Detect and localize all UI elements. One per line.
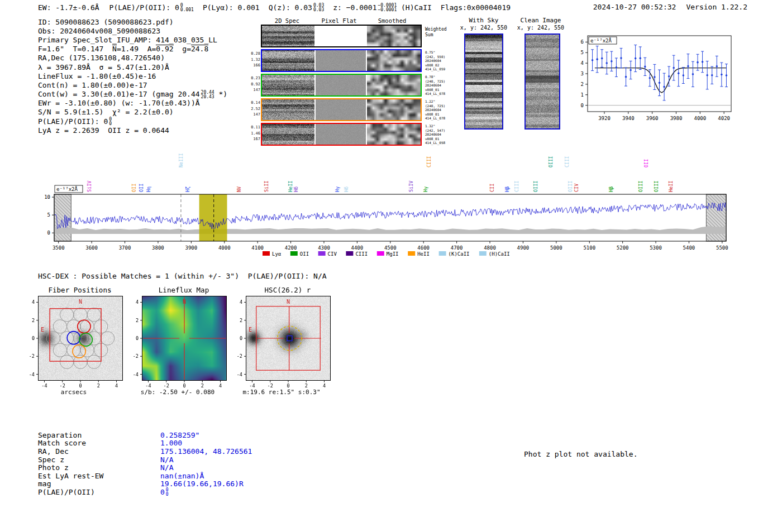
fiber-stat: 0.14 [247,100,260,106]
spec2d-strip [262,26,314,46]
fiber-info-line: (242, 547) [425,128,465,133]
data-point [706,74,708,76]
match-field-value: 0.258259" [160,431,199,439]
data-point [663,86,665,88]
data-point [678,73,680,75]
hsc-match-heading: HSC-DEX : Possible Matches = 1 (within +… [38,272,327,280]
y-tick-label: 10 [44,194,50,200]
legend-swatch [290,251,298,256]
report-timestamp: 2024-10-27 00:52:32 [593,3,676,11]
selected-fiber-circle [79,333,92,346]
match-field-value: nan(±nan)Å [160,472,204,480]
emission-line-label: OIII [568,181,573,192]
spec2d-strips [262,26,421,46]
text-segment: Obs: 20240604v008_5090088623 [38,27,160,35]
x-tick-label: 4 [323,383,326,389]
match-value-text: 19.66(19.66,19.66)R [160,480,244,488]
emission-line-label: Hγ [423,186,428,192]
spec2d-row: 0.142.521471.22"(240, 725)20240604v008_0… [261,98,422,121]
y-tick-label: 4 [136,299,139,305]
data-point [654,76,656,78]
emission-line-label: OIII [548,156,554,167]
spec2d-row: WeightedSum [261,25,422,47]
match-table-row: Est LyA rest-EWnan(±nan)Å [38,472,252,480]
y-tick-label: 2 [581,82,584,87]
data-point [596,58,598,60]
selected-fiber-circle [73,345,85,358]
text-segment: 0.92 [156,45,173,53]
x-tick-label: -4 [145,383,151,389]
x-tick-label: 3700 [119,245,131,251]
text-segment: Primary Spec_Slot_IFU_AMP: 414_038_035_L… [38,36,217,44]
uncertainty-stack: −0.0001−0.0001 [378,3,397,12]
fiber-stat: 166 [247,63,260,69]
info-line: LineFlux = -1.80(±0.45)e-16 [38,71,227,80]
info-line: S/N = 5.9(±1.5) χ² = 2.2(±0.0) [38,108,227,117]
text-segment: LyA z = 2.2639 OII z = 0.0644 [38,126,169,135]
x-tick-label: 3600 [85,245,98,251]
y-tick-label: -2 [237,353,242,359]
fiber-circle [87,308,101,322]
fiber-info-line: 20240604 [425,132,465,137]
stack-lower: −0.0001 [378,8,397,12]
data-point [721,74,723,76]
emission-line-label: Hβ [608,186,614,192]
fiber-stat: 1.32 [247,57,260,63]
emission-line-label: HeII [668,181,674,192]
lineflux-map-xlabel: s/b: -2.50 +/- 0.080 [122,389,233,396]
fiber-circle [53,343,66,357]
match-marker [287,336,292,341]
text-segment: z: −0.0001 [333,3,376,12]
x-tick-label: 2 [201,383,204,389]
match-field-label: mag [38,480,160,488]
data-point [711,74,713,76]
x-tick-label: -4 [41,383,47,389]
text-segment: P(Lyα): 0.001 [203,3,260,12]
y-tick-label: 0 [136,336,139,341]
summary-header: EW: -1.7±-0.6ÅP(LAE)/P(OII): 000.001P(Ly… [38,3,511,12]
compass-east-label: E [249,327,252,333]
y-tick-label: 2 [32,318,35,323]
fiber-info-line: 1.32" [425,124,465,128]
match-field-value: 19.66(19.66,19.66)R [160,480,244,488]
fiber-info-line: (240, 725) [425,79,465,84]
text-segment: S/N = 5.9(±1.5) χ² = 2.2(±0.0) [38,108,174,116]
fiber-circle [80,320,94,333]
unit-label: e⁻¹⁷x2Å [56,186,78,192]
spec2d-row: 0.281.321660.75"(242, 550)20240604v008_0… [261,49,422,72]
y-tick-label: 3 [581,71,584,76]
y-tick-label: 0 [240,336,242,341]
text-segment: (H)CaII [397,3,432,12]
x-tick-label: 4700 [451,245,463,251]
y-tick-label: 4 [581,60,584,66]
pixelflat-strip [316,50,366,71]
fiber-info-line: (240, 725) [425,104,465,108]
x-tick-label: 4600 [417,245,430,251]
match-field-label: Match score [38,439,160,447]
legend-label: CIII [355,251,368,257]
clean-image [524,33,560,130]
fiber-row-info: 0.78"(240, 725)20240604v008_01414_LL_078 [425,75,465,96]
data-point [620,57,622,59]
x-tick-label: 5000 [550,245,562,251]
fiber-stat: 147 [247,87,260,93]
fiber-info-line: 1.22" [425,99,465,104]
pixelflat-strip [316,124,366,145]
smoothed-strip [367,124,421,145]
x-tick-label: 3500 [53,245,65,251]
match-value-text: 0 [160,488,165,496]
stack-lower: 0 [166,492,169,497]
emission-line-label: OIII [638,181,643,192]
hsc-r-xlabel: m:19.6 re:1.5" s:0.3" [226,389,337,396]
fiber-info-line: v008_01 [425,88,465,92]
x-tick-label: 2 [305,383,308,389]
text-segment: P(LAE)/P(OII): 0 [38,117,108,126]
line-fit-plot: 3920394039603980400040200123456e⁻¹⁷x2Å [573,28,736,124]
text-segment: LineFlux = -1.80(±0.45)e-16 [38,72,156,80]
fiber-info-line: v008_01 [425,112,465,117]
match-field-label: Spec z [38,456,160,464]
text-segment: EWr = -3.10(±0.80) (w: -1.70(±0.43))Å [38,99,200,107]
x-tick-label: 4400 [351,245,364,251]
elixer-report-page: EW: -1.7±-0.6ÅP(LAE)/P(OII): 000.001P(Ly… [0,0,782,532]
match-field-value: 175.136004, 48.726561 [160,447,252,456]
